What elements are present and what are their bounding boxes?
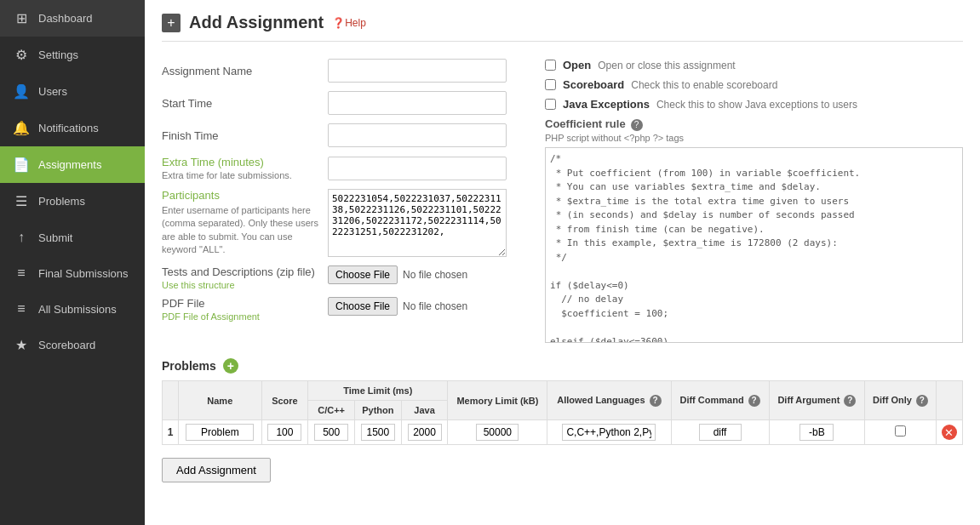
row-memory-input[interactable]	[476, 424, 519, 441]
extra-time-label: Extra Time (minutes)	[162, 156, 319, 168]
sidebar-item-label: Submit	[38, 231, 72, 244]
pdf-file-chosen: No file chosen	[403, 300, 467, 312]
tests-label: Tests and Descriptions (zip file)	[162, 265, 319, 278]
tests-file-chosen: No file chosen	[403, 269, 467, 281]
th-time-java: Java	[401, 401, 448, 420]
tests-label-block: Tests and Descriptions (zip file) Use th…	[162, 265, 319, 290]
row-diff-cmd	[671, 420, 769, 445]
form-right: Open Open or close this assignment Score…	[545, 59, 963, 345]
diff-only-question-icon[interactable]: ?	[916, 395, 928, 407]
extra-time-hint: Extra time for late submissions.	[162, 170, 319, 180]
participants-row: Participants Enter username of participa…	[162, 189, 519, 257]
open-label[interactable]: Open	[563, 59, 591, 71]
add-assignment-button[interactable]: Add Assignment	[162, 458, 271, 482]
sidebar: ⊞ Dashboard ⚙ Settings 👤 Users 🔔 Notific…	[0, 0, 145, 525]
delete-row-button[interactable]: ✕	[942, 425, 957, 440]
row-langs-input[interactable]	[562, 424, 656, 441]
start-time-input[interactable]	[328, 91, 507, 115]
row-score-input[interactable]	[267, 424, 301, 441]
assignment-name-row: Assignment Name	[162, 59, 519, 83]
assignments-icon: 📄	[13, 157, 30, 173]
row-diff-cmd-input[interactable]	[699, 424, 742, 441]
th-score: Score	[261, 381, 308, 420]
sidebar-item-assignments[interactable]: 📄 Assignments	[0, 146, 145, 183]
row-langs	[547, 420, 671, 445]
problems-title: Problems	[162, 359, 216, 373]
row-name-input[interactable]	[186, 424, 254, 441]
start-time-row: Start Time	[162, 91, 519, 115]
add-problem-button[interactable]: +	[223, 358, 238, 374]
sidebar-item-dashboard[interactable]: ⊞ Dashboard	[0, 0, 145, 37]
finish-time-input[interactable]	[328, 123, 507, 147]
form-left: Assignment Name Start Time Finish Time E…	[162, 59, 519, 345]
pdf-choose-file-button[interactable]: Choose File	[328, 297, 398, 316]
scoreboard-checkbox-row: Scoreboard Check this to enable scoreboa…	[545, 78, 963, 91]
coeff-textarea[interactable]	[545, 147, 963, 343]
sidebar-item-all-submissions[interactable]: ≡ All Submissions	[0, 291, 145, 327]
sidebar-item-final-submissions[interactable]: ≡ Final Submissions	[0, 255, 145, 291]
row-num: 1	[163, 420, 179, 445]
sidebar-item-label: Problems	[38, 195, 85, 208]
row-name	[178, 420, 261, 445]
sidebar-item-label: Settings	[38, 49, 78, 61]
tests-sub-label: Use this structure	[162, 280, 319, 290]
row-time-java-input[interactable]	[408, 424, 442, 441]
users-icon: 👤	[13, 83, 30, 100]
sidebar-item-label: Assignments	[38, 158, 101, 171]
sidebar-item-label: Users	[38, 85, 67, 98]
java-label[interactable]: Java Exceptions	[563, 98, 650, 111]
submit-row: Add Assignment	[162, 458, 963, 482]
tests-choose-file-button[interactable]: Choose File	[328, 265, 398, 284]
row-time-c-input[interactable]	[314, 424, 348, 441]
row-time-py-input[interactable]	[361, 424, 395, 441]
row-diff-arg-input[interactable]	[799, 424, 834, 441]
sidebar-item-problems[interactable]: ☰ Problems	[0, 183, 145, 220]
coeff-question-icon[interactable]: ?	[631, 119, 643, 131]
sidebar-item-settings[interactable]: ⚙ Settings	[0, 37, 145, 73]
participants-input[interactable]	[328, 189, 507, 257]
row-time-py	[355, 420, 402, 445]
pdf-label: PDF File	[162, 297, 319, 310]
diff-cmd-question-icon[interactable]: ?	[748, 395, 760, 407]
submit-icon: ↑	[13, 230, 30, 245]
extra-time-input[interactable]	[328, 157, 507, 180]
row-delete: ✕	[936, 420, 962, 445]
coeff-title: Coefficient rule	[545, 117, 626, 130]
sidebar-item-notifications[interactable]: 🔔 Notifications	[0, 110, 145, 146]
sidebar-item-submit[interactable]: ↑ Submit	[0, 220, 145, 255]
scoreboard-label[interactable]: Scoreboard	[563, 78, 624, 91]
row-time-java	[401, 420, 448, 445]
th-num	[163, 381, 179, 420]
help-link[interactable]: ❓Help	[332, 17, 366, 29]
row-memory	[448, 420, 547, 445]
row-score	[261, 420, 308, 445]
finish-time-row: Finish Time	[162, 123, 519, 147]
page-title: Add Assignment	[189, 13, 324, 32]
th-name: Name	[178, 381, 261, 420]
pdf-sub-label: PDF File of Assignment	[162, 311, 319, 322]
row-time-c	[308, 420, 355, 445]
th-time-c: C/C++	[308, 401, 355, 420]
pdf-file-row: PDF File PDF File of Assignment Choose F…	[162, 297, 519, 322]
scoreboard-checkbox[interactable]	[545, 79, 556, 90]
plus-icon: +	[162, 14, 181, 32]
row-diff-only-checkbox[interactable]	[895, 425, 906, 437]
problems-icon: ☰	[13, 193, 30, 209]
participants-label: Participants	[162, 189, 319, 202]
coeff-subtitle: PHP script without <?php ?> tags	[545, 133, 963, 143]
start-time-label: Start Time	[162, 97, 319, 110]
sidebar-item-scoreboard[interactable]: ★ Scoreboard	[0, 327, 145, 363]
langs-question-icon[interactable]: ?	[650, 395, 662, 407]
open-desc: Open or close this assignment	[598, 60, 735, 71]
sidebar-item-users[interactable]: 👤 Users	[0, 73, 145, 110]
assignment-name-input[interactable]	[328, 59, 507, 83]
th-time-py: Python	[355, 401, 402, 420]
problems-table: Name Score Time Limit (ms) Memory Limit …	[162, 380, 963, 445]
java-checkbox[interactable]	[545, 99, 556, 110]
diff-arg-question-icon[interactable]: ?	[844, 395, 856, 407]
open-checkbox[interactable]	[545, 60, 556, 71]
java-desc: Check this to show Java exceptions to us…	[656, 99, 857, 111]
final-submissions-icon: ≡	[13, 265, 30, 281]
pdf-file-input: Choose File No file chosen	[328, 297, 467, 316]
th-diff-only: Diff Only ?	[865, 381, 937, 420]
